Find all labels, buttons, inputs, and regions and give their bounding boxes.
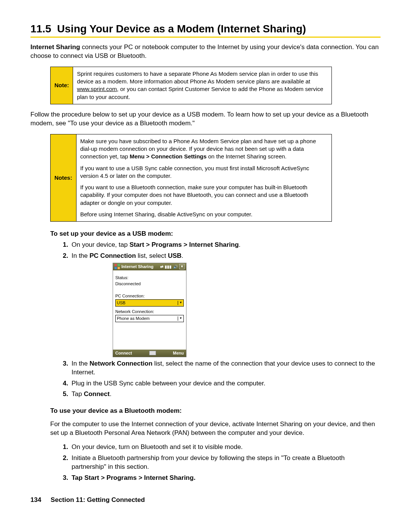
usb-step2-pre: In the bbox=[72, 252, 89, 259]
usb-step2-post: . bbox=[182, 252, 183, 259]
usb-steps: On your device, tap Start > Programs > I… bbox=[56, 241, 381, 399]
pc-connection-label: PC Connection: bbox=[115, 293, 184, 299]
usb-step-1: On your device, tap Start > Programs > I… bbox=[70, 241, 381, 249]
notes2-p1-post: on the Internet Sharing screen. bbox=[207, 153, 287, 160]
notes-box-multi: Notes: Make sure you have subscribed to … bbox=[50, 134, 332, 222]
usb-step-3: In the Network Connection list, select t… bbox=[70, 359, 381, 377]
titlebar-status-icons: ⇄ ▮▮▮ 🔊 ✕ bbox=[160, 264, 185, 269]
notes2-p4: Before using Internet Sharing, disable A… bbox=[80, 211, 328, 218]
usb-step1-pre: On your device, tap bbox=[72, 241, 129, 248]
status-value: Disconnected bbox=[115, 281, 184, 287]
bt-step3-pre: Tap bbox=[72, 474, 84, 481]
page-number: 134 bbox=[30, 496, 41, 503]
notes2-p1-bold: Menu > Connection Settings bbox=[130, 153, 207, 160]
bt-subheading: To use your device as a Bluetooth modem: bbox=[50, 407, 381, 415]
start-icon[interactable] bbox=[115, 264, 120, 269]
bt-step-2: Initiate a Bluetooth partnership from yo… bbox=[70, 454, 381, 471]
notes2-p2: If you want to use a USB Sync cable conn… bbox=[80, 165, 328, 180]
status-label: Status: bbox=[115, 275, 184, 281]
usb-step3-pre: In the bbox=[72, 360, 89, 367]
usb-step1-bold: Start > Programs > Internet Sharing bbox=[129, 241, 239, 248]
bt-step3-bold: Start > Programs > Internet Sharing bbox=[84, 474, 194, 481]
bt-step-1: On your device, turn on Bluetooth and se… bbox=[70, 443, 381, 452]
note1-link[interactable]: www.sprint.com bbox=[77, 86, 117, 92]
usb-step-2: In the PC Connection list, select USB. I… bbox=[70, 252, 381, 357]
bt-step-3: Tap Start > Programs > Internet Sharing. bbox=[70, 474, 381, 482]
intro-paragraph: Internet Sharing connects your PC or not… bbox=[30, 43, 381, 61]
network-connection-select[interactable]: Phone as Modem ▼ bbox=[115, 315, 184, 322]
notes-label: Notes: bbox=[51, 134, 76, 221]
pc-connection-value: USB bbox=[117, 300, 126, 306]
softkey-bar: Connect Menu bbox=[113, 350, 186, 357]
page-footer: 134 Section 11: Getting Connected bbox=[30, 496, 381, 504]
section-number: 11.5 bbox=[30, 23, 51, 35]
bt-steps: On your device, turn on Bluetooth and se… bbox=[56, 443, 381, 482]
volume-icon: 🔊 bbox=[173, 264, 178, 270]
network-connection-value: Phone as Modem bbox=[117, 316, 150, 321]
note-box-single: Note: Sprint requires customers to have … bbox=[50, 67, 332, 104]
usb-step2-mid: list, select bbox=[136, 252, 168, 259]
notes-body: Make sure you have subscribed to a Phone… bbox=[76, 134, 331, 221]
dropdown-arrow-icon: ▼ bbox=[178, 301, 182, 305]
notes2-p3: If you want to use a Bluetooth connectio… bbox=[80, 184, 328, 207]
bt-step3-post: . bbox=[194, 474, 196, 481]
footer-section: Section 11: Getting Connected bbox=[51, 496, 145, 503]
network-connection-label: Network Connection: bbox=[115, 309, 184, 315]
usb-step2-bold2: USB bbox=[168, 252, 182, 259]
usb-step5-post: . bbox=[110, 390, 112, 398]
usb-step-4: Plug in the USB Sync cable between your … bbox=[70, 379, 381, 388]
sync-icon: ⇄ bbox=[160, 264, 163, 270]
intro-lead-rest: connects your PC or notebook computer to… bbox=[30, 43, 379, 59]
softkey-left[interactable]: Connect bbox=[115, 350, 132, 356]
usb-step2-bold1: PC Connection bbox=[89, 252, 136, 259]
usb-step3-bold: Network Connection bbox=[89, 360, 152, 367]
notes2-p1: Make sure you have subscribed to a Phone… bbox=[80, 137, 328, 161]
section-heading: 11.5 Using Your Device as a Modem (Inter… bbox=[30, 23, 381, 38]
close-icon[interactable]: ✕ bbox=[179, 264, 185, 269]
dropdown-arrow-icon: ▼ bbox=[178, 316, 182, 321]
titlebar-title: Internet Sharing bbox=[121, 264, 159, 270]
keyboard-icon[interactable] bbox=[149, 351, 156, 355]
usb-step5-bold: Connect bbox=[84, 390, 110, 398]
phone-body: Status: Disconnected PC Connection: USB … bbox=[113, 270, 186, 350]
section-title-text: Using Your Device as a Modem (Internet S… bbox=[57, 23, 306, 35]
usb-step5-pre: Tap bbox=[72, 390, 84, 398]
usb-step-5: Tap Connect. bbox=[70, 390, 381, 399]
note-body: Sprint requires customers to have a sepa… bbox=[73, 67, 332, 104]
intro-lead-bold: Internet Sharing bbox=[30, 43, 80, 51]
bt-intro: For the computer to use the Internet con… bbox=[50, 420, 381, 438]
page: 11.5 Using Your Device as a Modem (Inter… bbox=[0, 0, 411, 519]
device-screenshot: Internet Sharing ⇄ ▮▮▮ 🔊 ✕ Status: Disco… bbox=[113, 263, 186, 357]
titlebar: Internet Sharing ⇄ ▮▮▮ 🔊 ✕ bbox=[113, 263, 186, 270]
usb-subheading: To set up your device as a USB modem: bbox=[50, 230, 381, 238]
softkey-right[interactable]: Menu bbox=[173, 350, 184, 356]
note1-text-pre: Sprint requires customers to have a sepa… bbox=[77, 70, 318, 85]
signal-icon: ▮▮▮ bbox=[165, 264, 172, 270]
note-label: Note: bbox=[51, 67, 73, 104]
follow-paragraph: Follow the procedure below to set up you… bbox=[30, 110, 381, 128]
pc-connection-select[interactable]: USB ▼ bbox=[115, 299, 184, 307]
usb-step1-post: . bbox=[239, 241, 241, 248]
